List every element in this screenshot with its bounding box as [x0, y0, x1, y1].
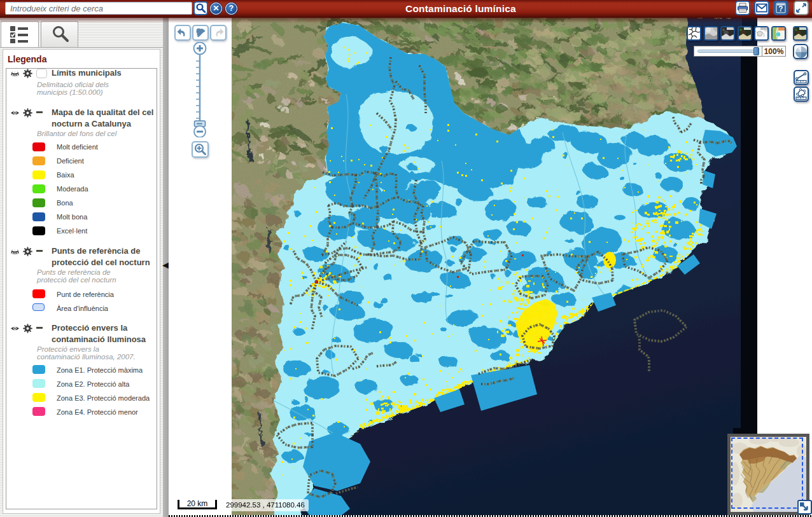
svg-text:?: ? — [778, 4, 783, 13]
